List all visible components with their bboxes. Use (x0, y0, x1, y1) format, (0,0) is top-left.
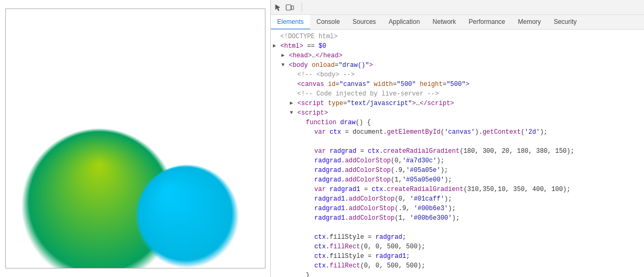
code-line[interactable]: ▶ <script type="text/javascript">…</scri… (271, 99, 644, 108)
tab-sources[interactable]: Sources (346, 15, 382, 30)
code-line[interactable]: radgrad.addColorStop(0,'#a7d30c'); (271, 156, 644, 166)
code-content: radgrad1.addColorStop(0, '#01caff'); (314, 194, 452, 204)
code-content: radgrad.addColorStop(0,'#a7d30c'); (314, 156, 444, 166)
expand-arrow[interactable]: ▶ (273, 41, 280, 51)
code-line[interactable]: radgrad.addColorStop(1,'#05a05e00'); (271, 175, 644, 185)
toolbar-divider (302, 3, 302, 12)
code-content: } (306, 271, 310, 277)
tab-elements[interactable]: Elements (271, 15, 310, 30)
code-line[interactable]: <!DOCTYPE html> (271, 32, 644, 41)
code-line[interactable]: ▶ <head>…</head> (271, 51, 644, 60)
canvas-panel (0, 0, 271, 277)
tab-security[interactable]: Security (547, 15, 583, 30)
expand-arrow-placeholder (307, 213, 314, 223)
code-content: radgrad1.addColorStop(.9, '#00b6e3'); (314, 204, 456, 213)
code-line[interactable]: radgrad1.addColorStop(.9, '#00b6e3'); (271, 204, 644, 213)
expand-arrow-placeholder (307, 146, 314, 156)
svg-rect-3 (291, 6, 294, 10)
code-line[interactable]: <!-- Code injected by live-server --> (271, 89, 644, 99)
expand-arrow-placeholder (307, 185, 314, 194)
expand-arrow[interactable]: ▼ (290, 108, 297, 118)
code-content: var ctx = document.getElementById('canva… (314, 127, 547, 137)
code-line[interactable]: radgrad.addColorStop(.9,'#05a05e'); (271, 166, 644, 175)
expand-arrow-placeholder (290, 80, 297, 89)
code-line[interactable]: <canvas id="canvas" width="500" height="… (271, 80, 644, 89)
code-line[interactable]: } (271, 271, 644, 277)
code-line[interactable]: ctx.fillStyle = radgrad; (271, 232, 644, 242)
code-line[interactable] (271, 223, 644, 232)
expand-arrow-placeholder (307, 175, 314, 185)
expand-arrow-placeholder (307, 127, 314, 137)
expand-arrow-placeholder (307, 156, 314, 166)
code-content: ctx.fillRect(0, 0, 500, 500); (314, 261, 425, 271)
tab-application[interactable]: Application (382, 15, 426, 30)
expand-arrow-placeholder (307, 261, 314, 271)
canvas-preview (5, 8, 265, 269)
expand-arrow-placeholder (273, 223, 280, 232)
expand-arrow-placeholder (307, 204, 314, 213)
expand-arrow[interactable]: ▼ (281, 60, 289, 70)
code-content: <canvas id="canvas" width="500" height="… (297, 80, 469, 89)
code-line[interactable]: ctx.fillStyle = radgrad1; (271, 252, 644, 261)
code-line[interactable] (271, 137, 644, 146)
code-content: var radgrad1 = ctx.createRadialGradient(… (314, 185, 571, 194)
tab-network[interactable]: Network (426, 15, 462, 30)
code-content: radgrad.addColorStop(1,'#05a05e00'); (314, 175, 452, 185)
expand-arrow-placeholder (273, 137, 280, 146)
expand-arrow-placeholder (298, 271, 306, 277)
expand-arrow-placeholder (307, 252, 314, 261)
expand-arrow[interactable]: ▶ (281, 51, 289, 60)
expand-arrow-placeholder (307, 242, 314, 252)
code-content: <script type="text/javascript">…</script… (297, 99, 454, 108)
code-area[interactable]: <!DOCTYPE html> ▶ <html> == $0 ▶ <head>…… (271, 30, 644, 277)
tab-performance[interactable]: Performance (462, 15, 512, 30)
code-content: <script> (297, 108, 328, 118)
device-toolbar-icon[interactable] (285, 2, 295, 13)
expand-arrow-placeholder (307, 194, 314, 204)
code-line[interactable]: ▼ <script> (271, 108, 644, 118)
tab-console[interactable]: Console (310, 15, 346, 30)
code-line[interactable]: function draw() { (271, 118, 644, 127)
code-line[interactable]: var radgrad1 = ctx.createRadialGradient(… (271, 185, 644, 194)
code-line[interactable]: ctx.fillRect(0, 0, 500, 500); (271, 242, 644, 252)
devtools-tabs: Elements Console Sources Application Net… (271, 15, 644, 30)
code-line[interactable]: var radgrad = ctx.createRadialGradient(1… (271, 146, 644, 156)
code-content: ctx.fillStyle = radgrad1; (314, 252, 410, 261)
code-line[interactable]: radgrad1.addColorStop(1, '#00b6e300'); (271, 213, 644, 223)
code-content: radgrad.addColorStop(.9,'#05a05e'); (314, 166, 448, 175)
code-content: <body onload="draw()"> (289, 60, 373, 70)
devtools-panel: Elements Console Sources Application Net… (271, 0, 644, 277)
code-line[interactable]: <!-- <body> --> (271, 70, 644, 80)
code-content: <!-- Code injected by live-server --> (297, 89, 439, 99)
expand-arrow-placeholder (290, 89, 297, 99)
expand-arrow-placeholder (273, 32, 280, 41)
code-content: ctx.fillStyle = radgrad; (314, 232, 406, 242)
code-content: radgrad1.addColorStop(1, '#00b6e300'); (314, 213, 460, 223)
expand-arrow-placeholder (307, 166, 314, 175)
expand-arrow-placeholder (307, 232, 314, 242)
code-content: <html> == $0 (280, 41, 326, 51)
code-content: ctx.fillRect(0, 0, 500, 500); (314, 242, 425, 252)
code-line[interactable]: radgrad1.addColorStop(0, '#01caff'); (271, 194, 644, 204)
svg-rect-2 (286, 5, 291, 10)
code-line[interactable]: ▼ <body onload="draw()"> (271, 60, 644, 70)
code-content: <!-- <body> --> (297, 70, 355, 80)
expand-arrow-placeholder (298, 118, 306, 127)
expand-arrow-placeholder (290, 70, 297, 80)
code-content: function draw() { (306, 118, 371, 127)
code-line[interactable]: ▶ <html> == $0 (271, 41, 644, 51)
code-content: <head>…</head> (289, 51, 342, 60)
code-line[interactable]: var ctx = document.getElementById('canva… (271, 127, 644, 137)
select-element-icon[interactable] (273, 2, 284, 13)
code-content: var radgrad = ctx.createRadialGradient(1… (314, 146, 574, 156)
devtools-toolbar-icons (273, 2, 295, 13)
code-content: <!DOCTYPE html> (280, 32, 338, 41)
tab-memory[interactable]: Memory (512, 15, 547, 30)
devtools-toolbar (271, 0, 644, 15)
expand-arrow[interactable]: ▶ (290, 99, 297, 108)
code-line[interactable]: ctx.fillRect(0, 0, 500, 500); (271, 261, 644, 271)
svg-rect-1 (6, 9, 265, 268)
